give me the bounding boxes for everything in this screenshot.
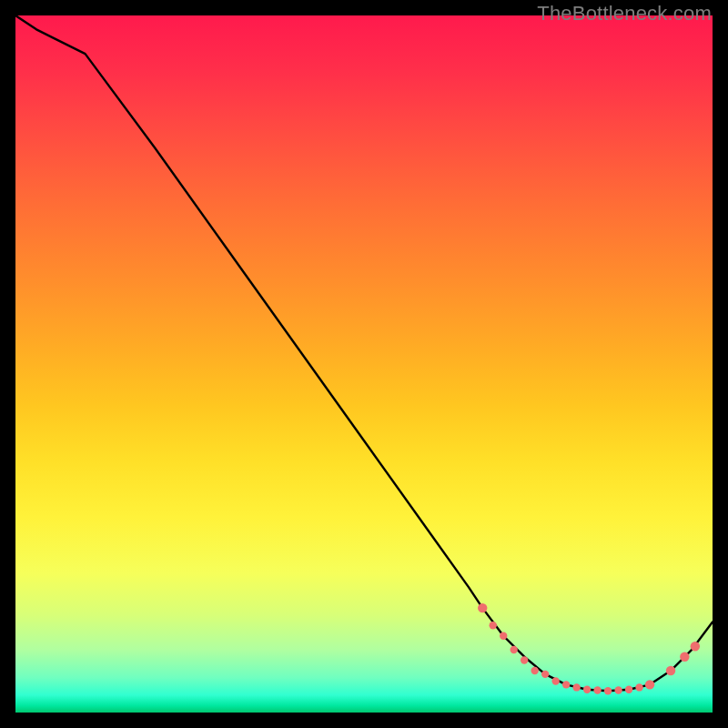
marker-dot (680, 652, 689, 662)
watermark-text: TheBottleneck.com (537, 2, 712, 25)
marker-dot (614, 686, 622, 693)
marker-dot (572, 683, 580, 691)
highlight-markers (478, 603, 700, 695)
marker-dot (604, 687, 612, 694)
marker-dot (500, 632, 507, 640)
marker-dot (593, 686, 601, 693)
marker-dot (562, 681, 570, 688)
chart-stage: TheBottleneck.com (0, 0, 728, 728)
marker-dot (625, 686, 632, 693)
marker-dot (510, 646, 517, 653)
marker-dot (531, 667, 538, 674)
marker-dot (691, 642, 700, 651)
marker-dot (521, 656, 528, 663)
marker-dot (551, 677, 559, 684)
marker-dot (666, 666, 675, 675)
marker-dot (645, 680, 654, 689)
marker-dot (541, 671, 549, 678)
marker-dot (583, 686, 591, 693)
plot-area (15, 15, 713, 713)
bottleneck-curve (15, 15, 713, 691)
marker-dot (490, 622, 497, 629)
marker-dot (478, 603, 487, 612)
marker-dot (635, 683, 642, 691)
curve-layer (15, 15, 713, 713)
